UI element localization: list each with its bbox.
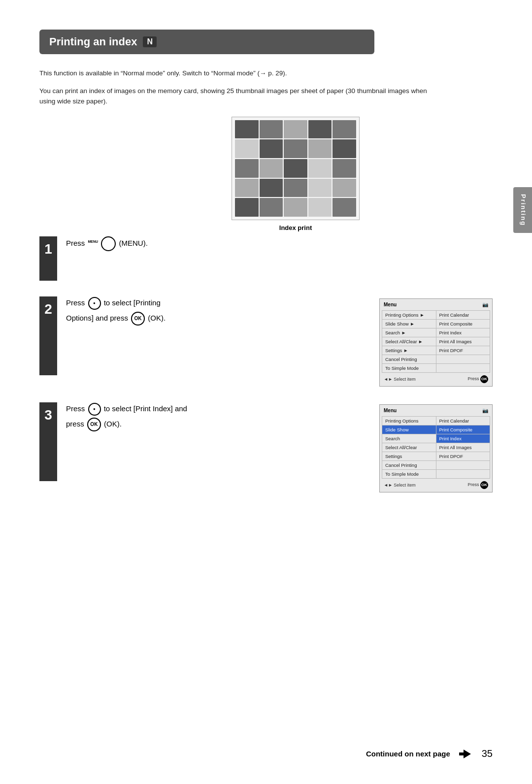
step-1-number: 1 xyxy=(39,236,57,281)
menu2-left-2: Slide Show xyxy=(382,425,436,434)
menu-title-1: Menu 📷 xyxy=(382,301,490,308)
thumb-5 xyxy=(332,120,356,139)
step-1-row: 1 Press MENU (MENU). xyxy=(39,236,493,281)
menu1-footer-left: ◄► Select item xyxy=(384,377,416,382)
thumb-22 xyxy=(260,198,283,217)
menu1-left-3: Search ► xyxy=(382,328,436,337)
steps-area: 1 Press MENU (MENU). 2 Press ● xyxy=(39,236,493,492)
thumb-3 xyxy=(284,120,307,139)
step-1-text: Press MENU (MENU). xyxy=(66,236,493,251)
menu2-footer: ◄► Select item Press OK xyxy=(382,480,490,490)
step-3-content: Press ● to select [Print Index] and pres… xyxy=(66,402,493,492)
menu2-right-2: Print Composite xyxy=(436,425,490,434)
index-print-label: Index print xyxy=(279,224,312,231)
mode-badge: N xyxy=(143,36,157,47)
menu2-left-4: Select All/Clear xyxy=(382,443,436,452)
menu2-right-4: Print All Images xyxy=(436,443,490,452)
menu1-right-2: Print Composite xyxy=(436,320,490,328)
page-footer: Continued on next page 35 xyxy=(39,748,493,759)
thumb-2 xyxy=(260,120,283,139)
menu-screenshot-1: Menu 📷 Printing Options ► Print Calendar… xyxy=(379,298,493,387)
menu1-grid: Printing Options ► Print Calendar Slide … xyxy=(382,310,490,373)
menu2-right-6 xyxy=(436,461,490,469)
thumb-11 xyxy=(235,159,259,178)
thumb-24 xyxy=(308,198,332,217)
navigate-button-2[interactable]: ● xyxy=(88,297,101,310)
menu2-icon: 📷 xyxy=(482,408,488,413)
menu2-right-7 xyxy=(436,470,490,478)
step-2-text: Press ● to select [Printing Options] and… xyxy=(66,296,367,326)
thumb-7 xyxy=(260,139,283,158)
thumb-16 xyxy=(235,179,259,197)
menu2-footer-right: Press OK xyxy=(467,481,488,489)
menu2-left-3: Search xyxy=(382,434,436,443)
menu2-left-7: To Simple Mode xyxy=(382,470,436,478)
step-3-number: 3 xyxy=(39,402,57,481)
step3-line2: press xyxy=(66,420,84,428)
page-title: Printing an index xyxy=(49,35,137,48)
ok-small-1: OK xyxy=(480,375,488,383)
menu-title-2: Menu 📷 xyxy=(382,407,490,414)
title-bar: Printing an index N xyxy=(39,30,374,54)
step3-line2b: (OK). xyxy=(104,420,122,428)
menu1-title: Menu xyxy=(384,302,397,307)
menu1-left-4: Select All/Clear ► xyxy=(382,337,436,346)
menu2-grid: Printing Options Print Calendar Slide Sh… xyxy=(382,416,490,479)
body-text-2: You can print an index of images on the … xyxy=(39,86,443,107)
thumb-10 xyxy=(332,139,356,158)
menu1-left-1: Printing Options ► xyxy=(382,311,436,319)
thumb-17 xyxy=(260,179,283,197)
ok-button-3[interactable]: OK xyxy=(87,418,101,431)
menu-button[interactable] xyxy=(101,236,116,251)
menu1-icon: 📷 xyxy=(482,302,488,307)
menu1-left-6: Cancel Printing xyxy=(382,355,436,363)
step2-line2b: (OK). xyxy=(148,314,166,322)
thumb-1 xyxy=(235,120,259,139)
menu1-right-3: Print Index xyxy=(436,328,490,337)
continue-arrow-icon xyxy=(459,749,473,759)
menu1-footer-right: Press OK xyxy=(467,375,488,383)
thumb-8 xyxy=(284,139,307,158)
step2-line2: Options] and press xyxy=(66,314,128,322)
menu-screenshot-2: Menu 📷 Printing Options Print Calendar S… xyxy=(379,404,493,492)
menu2-left-6: Cancel Printing xyxy=(382,461,436,469)
menu1-left-7: To Simple Mode xyxy=(382,364,436,372)
page-number: 35 xyxy=(482,748,493,759)
side-tab-printing: Printing xyxy=(513,187,532,233)
thumb-13 xyxy=(284,159,307,178)
thumb-23 xyxy=(284,198,307,217)
menu1-right-1: Print Calendar xyxy=(436,311,490,319)
thumb-15 xyxy=(332,159,356,178)
menu2-left-5: Settings xyxy=(382,452,436,460)
navigate-button-3[interactable]: ● xyxy=(88,403,101,416)
step3-line1b: to select [Print Index] and xyxy=(104,404,187,413)
menu-superscript: MENU xyxy=(88,240,99,243)
step-2-row: 2 Press ● to select [Printing Options] a… xyxy=(39,296,493,387)
index-print-grid xyxy=(232,117,360,220)
step-1-content: Press MENU (MENU). xyxy=(66,236,493,251)
menu2-left-1: Printing Options xyxy=(382,417,436,425)
menu1-right-6 xyxy=(436,355,490,363)
menu1-right-5: Print DPOF xyxy=(436,346,490,355)
step2-press: Press xyxy=(66,298,85,307)
menu2-right-5: Print DPOF xyxy=(436,452,490,460)
thumb-19 xyxy=(308,179,332,197)
menu1-footer: ◄► Select item Press OK xyxy=(382,374,490,384)
thumb-20 xyxy=(332,179,356,197)
thumb-12 xyxy=(260,159,283,178)
continued-text: Continued on next page xyxy=(366,750,450,758)
ok-button-2[interactable]: OK xyxy=(131,312,145,326)
thumb-18 xyxy=(284,179,307,197)
menu1-left-2: Slide Show ► xyxy=(382,320,436,328)
menu2-right-1: Print Calendar xyxy=(436,417,490,425)
ok-small-2: OK xyxy=(480,481,488,489)
step1-press: Press xyxy=(66,239,85,247)
page-content: Printing an index N This function is ava… xyxy=(0,0,532,784)
thumb-25 xyxy=(332,198,356,217)
thumb-4 xyxy=(308,120,332,139)
menu2-footer-left: ◄► Select item xyxy=(384,483,416,488)
step-3-row: 3 Press ● to select [Print Index] and pr… xyxy=(39,402,493,492)
svg-rect-0 xyxy=(459,752,464,755)
step-3-text: Press ● to select [Print Index] and pres… xyxy=(66,402,367,431)
step3-press: Press xyxy=(66,404,85,413)
